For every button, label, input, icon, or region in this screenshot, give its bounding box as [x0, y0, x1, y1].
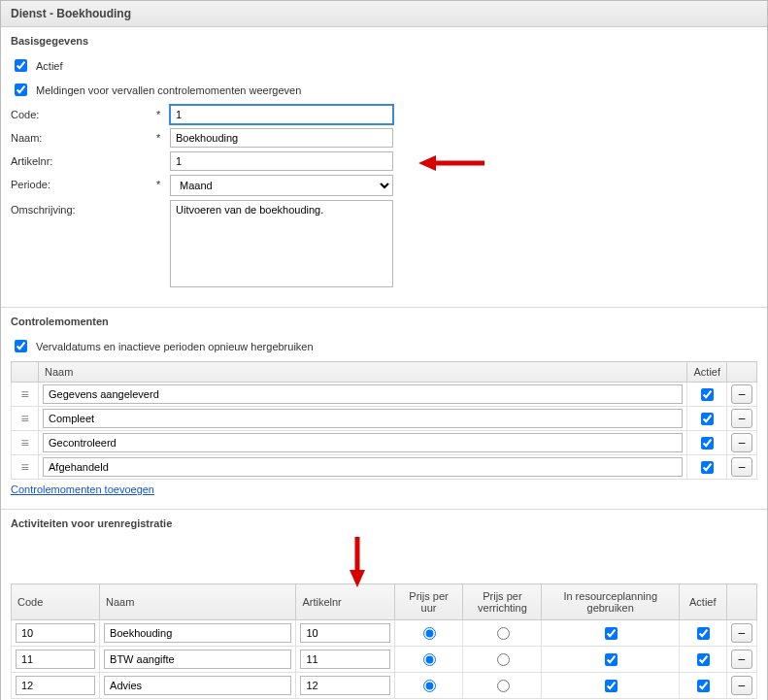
remove-button[interactable]: –	[731, 676, 752, 695]
act-col-art: Artikelnr	[296, 584, 394, 620]
section-act-title: Activiteiten voor urenregistratie	[11, 517, 757, 529]
prijs-per-uur-radio[interactable]	[423, 653, 436, 666]
act-naam-input[interactable]	[104, 623, 291, 643]
cm-actief-checkbox[interactable]	[701, 461, 714, 474]
required-marker: *	[156, 105, 170, 120]
cm-row: ≡–	[12, 383, 757, 407]
cm-row: ≡–	[12, 455, 757, 480]
meldingen-label: Meldingen voor vervallen controlemomente…	[36, 84, 301, 96]
periode-label: Periode:	[11, 175, 156, 190]
act-code-input[interactable]	[16, 676, 95, 695]
remove-button[interactable]: –	[731, 384, 752, 404]
act-code-input[interactable]	[16, 650, 95, 669]
act-actief-checkbox[interactable]	[697, 680, 710, 692]
svg-marker-3	[350, 570, 365, 587]
remove-button[interactable]: –	[731, 433, 752, 452]
remove-button[interactable]: –	[731, 650, 752, 669]
cm-naam-input[interactable]	[43, 457, 683, 477]
act-col-ppu: Prijs per uur	[394, 584, 463, 620]
act-naam-input[interactable]	[104, 650, 291, 669]
drag-handle-icon[interactable]: ≡	[12, 455, 39, 480]
prijs-per-uur-radio[interactable]	[423, 627, 436, 640]
section-cm-title: Controlemomenten	[11, 316, 757, 327]
cm-naam-input[interactable]	[43, 384, 683, 404]
act-code-input[interactable]	[16, 623, 95, 643]
act-art-input[interactable]	[300, 623, 389, 643]
act-actief-checkbox[interactable]	[697, 653, 710, 666]
svg-marker-1	[418, 155, 436, 171]
section-basis-title: Basisgegevens	[11, 35, 757, 47]
omschrijving-label: Omschrijving:	[11, 200, 156, 216]
required-marker: *	[156, 128, 170, 144]
remove-button[interactable]: –	[731, 623, 752, 643]
required-marker-empty	[156, 151, 170, 155]
cm-naam-input[interactable]	[43, 433, 683, 452]
prijs-per-uur-radio[interactable]	[423, 680, 436, 692]
act-row: –	[12, 673, 757, 699]
section-controlemomenten: Controlemomenten Vervaldatums en inactie…	[1, 308, 767, 510]
prijs-per-verrichting-radio[interactable]	[497, 680, 510, 692]
inplan-checkbox[interactable]	[605, 627, 618, 640]
act-naam-input[interactable]	[104, 676, 291, 695]
cm-row: ≡–	[12, 407, 757, 431]
naam-label: Naam:	[11, 128, 156, 144]
act-actief-checkbox[interactable]	[697, 627, 710, 640]
cm-add-link[interactable]: Controlemomenten toevoegen	[11, 483, 154, 495]
cm-naam-input[interactable]	[43, 409, 683, 428]
reuse-label: Vervaldatums en inactieve perioden opnie…	[36, 341, 314, 352]
section-activiteiten: Activiteiten voor urenregistratie Code N…	[1, 510, 767, 700]
code-label: Code:	[11, 105, 156, 120]
code-input[interactable]	[170, 105, 393, 124]
prijs-per-verrichting-radio[interactable]	[497, 627, 510, 640]
cm-actief-checkbox[interactable]	[701, 413, 714, 425]
cm-col-naam: Naam	[39, 362, 687, 383]
arrow-icon	[418, 151, 486, 175]
panel-title: Dienst - Boekhouding	[1, 1, 767, 27]
actief-label: Actief	[36, 60, 63, 72]
act-col-naam: Naam	[100, 584, 296, 620]
periode-select[interactable]: Maand	[170, 175, 393, 196]
act-row: –	[12, 647, 757, 673]
inplan-checkbox[interactable]	[605, 653, 618, 666]
drag-handle-icon[interactable]: ≡	[12, 407, 39, 431]
drag-handle-icon[interactable]: ≡	[12, 383, 39, 407]
cm-col-actief: Actief	[687, 362, 727, 383]
omschrijving-textarea[interactable]: Uitvoeren van de boekhouding.	[170, 200, 393, 287]
remove-button[interactable]: –	[731, 457, 752, 477]
act-row: –	[12, 620, 757, 647]
act-art-input[interactable]	[300, 650, 389, 669]
act-col-act: Actief	[680, 584, 727, 620]
cm-row: ≡–	[12, 431, 757, 455]
act-table: Code Naam Artikelnr Prijs per uur Prijs …	[11, 583, 757, 699]
artikelnr-input[interactable]	[170, 151, 393, 171]
required-marker: *	[156, 175, 170, 190]
inplan-checkbox[interactable]	[605, 680, 618, 692]
act-col-plan: In resourceplanning gebruiken	[542, 584, 680, 620]
act-art-input[interactable]	[300, 676, 389, 695]
drag-handle-icon[interactable]: ≡	[12, 431, 39, 455]
reuse-checkbox[interactable]	[15, 340, 27, 352]
prijs-per-verrichting-radio[interactable]	[497, 653, 510, 666]
act-col-code: Code	[12, 584, 100, 620]
cm-table: Naam Actief ≡–≡–≡–≡–	[11, 361, 757, 480]
cm-actief-checkbox[interactable]	[701, 437, 714, 450]
remove-button[interactable]: –	[731, 409, 752, 428]
meldingen-checkbox[interactable]	[15, 83, 27, 96]
section-basis: Basisgegevens Actief Meldingen voor verv…	[1, 27, 767, 308]
artikelnr-label: Artikelnr:	[11, 151, 156, 167]
actief-checkbox[interactable]	[15, 59, 27, 72]
cm-actief-checkbox[interactable]	[701, 388, 714, 401]
arrow-icon	[11, 539, 757, 583]
naam-input[interactable]	[170, 128, 393, 148]
act-col-ppv: Prijs per verrichting	[463, 584, 542, 620]
